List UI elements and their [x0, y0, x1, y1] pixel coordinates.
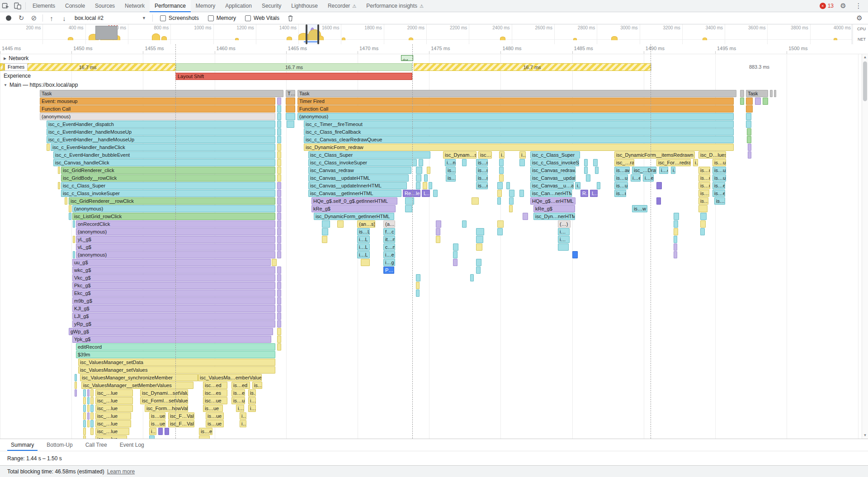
flame-fragment[interactable]	[277, 182, 281, 189]
expand-triangle-icon[interactable]: ▶	[4, 56, 6, 61]
frame-bar[interactable]: 16.7 ms	[176, 63, 412, 71]
flame-event[interactable]: isc_Canvas__updateInnerHTML	[308, 182, 407, 189]
flame-event[interactable]: is…ue	[149, 412, 165, 420]
flame-fragment[interactable]	[83, 405, 86, 412]
flame-event[interactable]: isc_c_EventHandler_handleMouseUp	[47, 128, 275, 136]
flame-event[interactable]: is…L	[357, 228, 370, 235]
flame-fragment[interactable]	[277, 336, 281, 343]
flame-fragment[interactable]	[337, 220, 344, 228]
flame-fragment[interactable]	[509, 197, 514, 205]
flame-event[interactable]: isc…es	[478, 151, 492, 159]
flame-event[interactable]: isc_GridRenderer__rowClick	[69, 197, 275, 205]
flame-fragment[interactable]	[83, 389, 86, 397]
flame-fragment[interactable]	[277, 228, 281, 235]
flame-event[interactable]: HQe_g$.self_0_g$.getInnerHTML	[311, 197, 397, 205]
flame-fragment[interactable]	[73, 220, 75, 228]
flame-fragment[interactable]	[433, 190, 438, 197]
flame-event[interactable]: isc…ue	[203, 397, 227, 404]
flame-event[interactable]: (a…)	[383, 220, 395, 228]
flame-event[interactable]: isc_FormI…setValue	[140, 397, 188, 404]
flame-event[interactable]: isc_…Draw	[632, 167, 656, 174]
flame-fragment[interactable]	[700, 220, 706, 228]
flame-fragment[interactable]	[277, 174, 281, 182]
flame-fragment[interactable]	[586, 174, 590, 182]
error-badge[interactable]: × 13	[820, 3, 834, 9]
flame-fragment[interactable]	[277, 328, 281, 335]
flame-fragment[interactable]	[656, 182, 662, 189]
main-thread-track[interactable]: ▼ Main — https://box.local/app	[0, 81, 861, 90]
flame-event[interactable]: isc_c_Class_invokeSuper	[61, 190, 275, 197]
flame-fragment[interactable]	[405, 205, 412, 212]
flame-event[interactable]: is…w	[714, 197, 725, 205]
flame-event[interactable]: isc_c_Class_invokeSuper	[308, 159, 417, 166]
flame-fragment[interactable]	[419, 159, 423, 166]
network-track[interactable]: ▶ Network dat…	[0, 54, 861, 62]
frames-track-header[interactable]: Frames	[3, 63, 28, 71]
flame-event[interactable]: i…L	[357, 236, 370, 243]
flame-event[interactable]: isc_ValuesManager_synchronizeMember	[80, 374, 198, 381]
flame-event[interactable]: is…r	[476, 174, 488, 182]
tab-application[interactable]: Application	[220, 0, 257, 12]
flame-event[interactable]: is…ue	[712, 159, 726, 166]
flame-fragment[interactable]	[73, 236, 75, 243]
flame-fragment[interactable]	[416, 182, 420, 189]
flame-event[interactable]: i…	[499, 151, 505, 159]
flame-event[interactable]: is…ue	[206, 420, 224, 427]
flame-event[interactable]: isc_Can…nerHTML	[530, 190, 572, 197]
flame-event[interactable]: isc_DynamicForm_redraw	[304, 144, 734, 151]
flame-event[interactable]: i…	[558, 228, 570, 235]
flame-event[interactable]: yRp_g$	[72, 320, 275, 327]
flame-event[interactable]: isc_D…lues	[698, 151, 726, 159]
flame-event[interactable]: isc_Form…howValue	[145, 405, 188, 412]
flame-fragment[interactable]	[476, 236, 483, 243]
flame-fragment[interactable]	[277, 251, 281, 258]
flame-event[interactable]: isc_DynamicForm__itemsRedrawn	[614, 151, 695, 159]
flame-fragment[interactable]	[83, 428, 86, 435]
flame-fragment[interactable]	[272, 259, 277, 266]
flame-event[interactable]: i…	[575, 182, 580, 189]
flame-fragment[interactable]	[519, 159, 525, 166]
flame-fragment[interactable]	[572, 251, 578, 258]
flame-fragment[interactable]	[87, 420, 90, 427]
flame-fragment[interactable]	[453, 243, 458, 251]
flame-chart[interactable]: TaskT…kTaskTaskEvent: mouseupTimer Fired…	[0, 90, 861, 439]
flame-fragment[interactable]	[416, 174, 421, 182]
flame-fragment[interactable]	[770, 90, 773, 97]
flame-event[interactable]: (…)	[558, 220, 571, 228]
flame-event[interactable]: isc…es	[203, 389, 227, 397]
flame-event[interactable]: i…	[149, 428, 156, 435]
flame-event[interactable]: isc_…lue	[95, 389, 133, 397]
flame-fragment[interactable]	[674, 236, 677, 243]
flame-fragment[interactable]	[763, 98, 768, 105]
flame-event[interactable]: is…ue	[698, 174, 710, 182]
flame-event[interactable]: is…ue	[712, 174, 726, 182]
flame-event[interactable]: (anonymous)	[72, 205, 275, 212]
record-button[interactable]	[3, 12, 14, 24]
flame-event[interactable]: isc_ValuesManager_setValues	[78, 366, 275, 374]
flame-fragment[interactable]	[277, 290, 281, 297]
flame-fragment[interactable]	[277, 128, 281, 136]
flame-event[interactable]: isc_F…Value	[168, 420, 194, 427]
flame-event[interactable]: i…e	[631, 174, 641, 182]
flame-fragment[interactable]	[199, 435, 210, 439]
flame-fragment[interactable]	[322, 220, 330, 228]
flame-event[interactable]: i…	[671, 167, 675, 174]
flame-event[interactable]: is…n	[476, 159, 488, 166]
flame-fragment[interactable]	[747, 136, 751, 143]
flame-event[interactable]: is…aw	[614, 167, 630, 174]
flame-event[interactable]: Function Call	[297, 105, 734, 112]
flame-fragment[interactable]	[746, 121, 751, 128]
flame-event[interactable]: isc_Canvas_handleClick	[53, 159, 275, 166]
flame-event[interactable]: is…ue	[698, 167, 710, 174]
flame-fragment[interactable]	[90, 405, 94, 412]
flame-fragment[interactable]	[87, 397, 90, 404]
flame-event[interactable]: isc_DynamicForm_getInnerHTML	[314, 213, 394, 220]
flame-event[interactable]: is…ue	[231, 397, 245, 404]
flame-event[interactable]: isc_Canvas_redraw	[308, 167, 411, 174]
flame-event[interactable]: isc_…rawn	[614, 159, 634, 166]
flame-fragment[interactable]	[83, 412, 86, 420]
flame-fragment[interactable]	[87, 405, 90, 412]
save-profile-button[interactable]: ↓	[58, 12, 70, 24]
flame-fragment[interactable]	[277, 236, 281, 243]
flame-fragment[interactable]	[755, 98, 761, 105]
